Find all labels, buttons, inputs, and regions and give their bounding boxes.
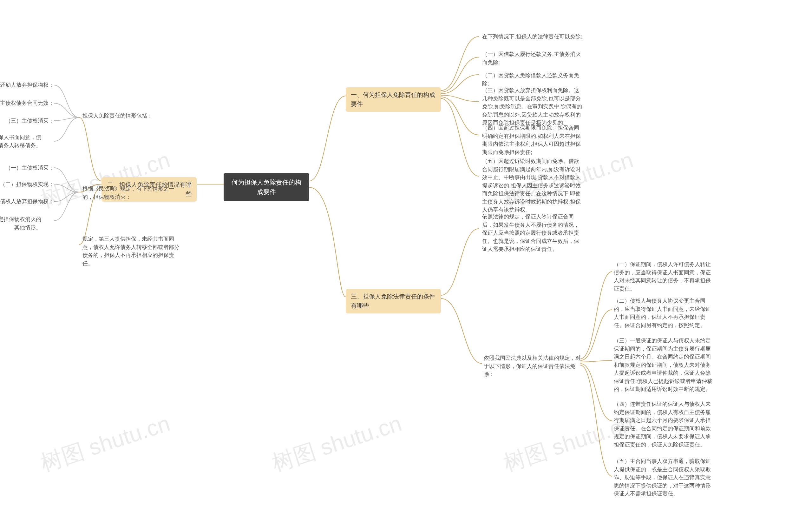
branch-2-sub-1-item-3: （三）主债权消灭； [0, 117, 54, 125]
branch-1-intro: 在下列情况下,担保人的法律责任可以免除: [482, 33, 582, 41]
branch-2-sub-3: 规定，第三人提供担保，未经其书面同意，债权人允许债务人转移全部或者部分债务的，担… [83, 235, 184, 267]
branch-3-sub-title: 依照我国民法典以及相关法律的规定，对于以下情形，保证人的保证责任依法免除： [484, 354, 582, 378]
branch-1-item-4: （四）因超过担保期限而免除。担保合同明确约定有担保期限的,如权利人未在担保期限内… [482, 124, 584, 156]
branch-1[interactable]: 一、何为担保人免除责任的构成要件 [346, 87, 441, 112]
branch-3-sub-item-3: （三）一般保证的保证人与债权人未约定保证期间的，保证期间为主债务履行期届满之日起… [614, 337, 715, 393]
branch-3-sub-item-2: （二）债权人与债务人协议变更主合同的，应当取得保证人书面同意，未经保证人书面同意… [614, 297, 715, 329]
branch-2-sub-1-item-2: （二）主债权债务合同无效； [0, 99, 54, 107]
branch-3-intro: 依照法律的规定，保证人签订保证合同后，如果发生债务人不履行债务的情况，保证人应当… [482, 213, 584, 253]
branch-1-item-5: （五）因超过诉讼时效期间而免除。借款合同履行期限届满起两年内,如没有诉讼时效中止… [482, 157, 584, 214]
branch-3-sub-item-4: （四）连带责任保证的保证人与债权人未约定保证期间的，债权人有权自主债务履行期届满… [614, 400, 715, 449]
watermark: 树图 shutu.cn [269, 409, 405, 478]
watermark: 树图 shutu.cn [37, 409, 174, 478]
branch-2-sub-1-item-4: （四）未经担保人书面同意，债权人允许债务人转移债务。 [0, 134, 41, 150]
branch-3-sub-item-5: （五）主合同当事人双方串通，骗取保证人提供保证的，或是主合同债权人采取欺诈、胁迫… [614, 457, 715, 498]
root-node[interactable]: 何为担保人免除责任的构成要件 [223, 173, 309, 201]
branch-2-sub-1-title: 担保人免除责任的情形包括： [83, 112, 153, 120]
branch-1-item-2: （二）因贷款人免除借款人还款义务而免除; [482, 71, 584, 88]
branch-2-sub-2-item-3: （三）债权人放弃担保物权； [0, 197, 54, 206]
branch-2-sub-1-item-1: （一）还劢人放弃担保物权； [0, 81, 54, 89]
branch-2-sub-2-item-4: （四）法律规定担保物权消灭的其他情形。 [0, 215, 41, 232]
branch-1-item-3: （三）因贷款人放弃担保权利而免除。这几种免除既可以是全部免除,也可以是部分免除,… [482, 86, 584, 127]
branch-2-sub-2-item-2: （二）担保物权实现； [0, 180, 54, 189]
branch-1-item-1: （一）因借款人履行还款义务,主债务消灭而免除; [482, 50, 584, 66]
branch-3-sub-item-1: （一）保证期间，债权人许可债务人转让债务的，应当取得保证人书面同意，保证人对未经… [614, 261, 715, 293]
branch-3[interactable]: 三、担保人免除法律责任的条件有哪些 [346, 289, 441, 313]
branch-2-sub-2-item-1: （一）主债权消灭； [0, 164, 54, 172]
branch-2-sub-2-title: 根据《民法典》规定，有下列情形之一的，担保物权消灭： [83, 185, 178, 201]
